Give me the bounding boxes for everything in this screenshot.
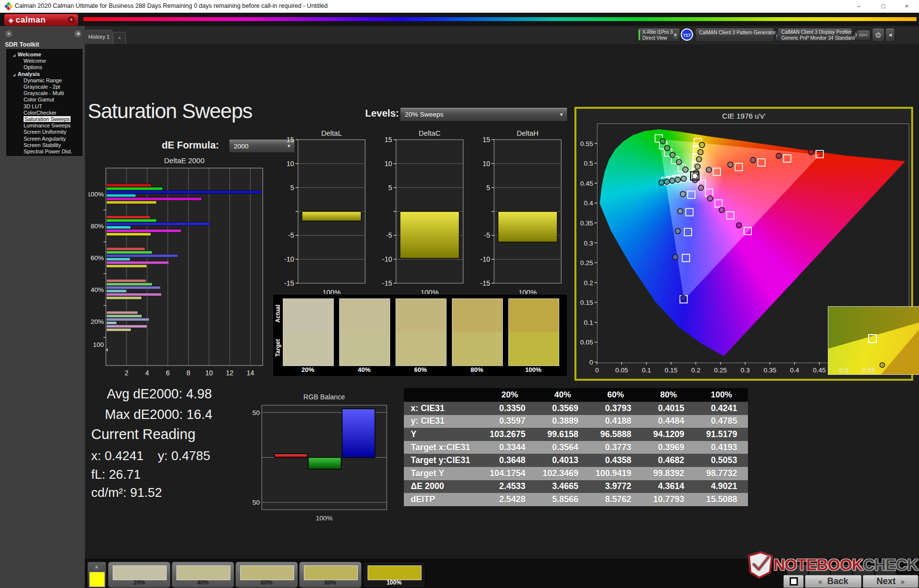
svg-text:0.55: 0.55 [580, 140, 593, 147]
svg-text:0.2: 0.2 [584, 279, 593, 287]
watermark-notebook-text: NOTEBOOK [773, 556, 863, 574]
deltae-bar-cyan-20% [106, 321, 117, 324]
sidebar-item-grayscale-multi[interactable]: Grayscale - Multi [7, 90, 82, 97]
pattern-level-label: 100% [363, 579, 425, 586]
sidebar-item-analysis[interactable]: ◢Analysis [7, 71, 82, 77]
chevron-down-icon[interactable]: ▼ [673, 31, 678, 39]
svg-text:8: 8 [187, 369, 191, 377]
rainbow-gradient-strip [83, 17, 917, 21]
svg-text:0.25: 0.25 [580, 259, 593, 267]
sidebar-item-welcome[interactable]: ◢Welcome [7, 51, 82, 58]
add-tab-button[interactable]: + [113, 32, 126, 44]
svg-text:6: 6 [166, 369, 170, 377]
svg-text:DeltaE 2000: DeltaE 2000 [164, 156, 205, 165]
gear-icon: ⚙ [875, 31, 881, 39]
table-row: y: CIE310.35970.38890.41880.44840.4785 [404, 415, 748, 428]
blue-sweep-measure-marker [677, 208, 683, 214]
page-title: Saturation Sweeps [88, 99, 252, 123]
cyan-sweep-measure-marker [659, 180, 664, 185]
rgb-bar-green [308, 458, 341, 469]
green-sweep-measure-marker [683, 167, 688, 172]
pattern-level-label: 80% [299, 579, 361, 586]
blue-sweep-measure-marker [672, 254, 678, 260]
sidebar-item-color-gamut[interactable]: Color Gamut [7, 97, 82, 103]
ddc-button[interactable]: DDC [857, 30, 870, 41]
calman-app-window: Calman 2020 Calman Ultimate for Business… [0, 0, 919, 588]
red-sweep-target-marker [713, 168, 720, 175]
sidebar-item-screen-stability[interactable]: Screen Stability [7, 142, 82, 148]
deltae-bar-cyan-100% [106, 194, 136, 197]
meter-connection-button[interactable]: X-Rite i1Pro 3 Direct View ▼ [637, 28, 680, 42]
pin-button[interactable]: ● [4, 29, 13, 38]
pattern-level-button-80%[interactable]: 80% [299, 562, 362, 588]
calman-logo-button[interactable]: ◈ calman ▼ [4, 14, 78, 26]
svg-text:0.5: 0.5 [840, 367, 849, 374]
display-profiler-device: Generic PnP Monitor 34 Standard [781, 35, 855, 41]
blue-sweep-target-marker [682, 254, 690, 262]
calman-diamond-icon: ◈ [8, 16, 14, 24]
deltae-bar-green-80% [106, 219, 156, 222]
svg-text:0.45: 0.45 [813, 367, 825, 374]
calman-logo-text: calman [16, 15, 46, 25]
tab-history-1[interactable]: History 1 [85, 30, 113, 44]
swatch-column-60% [396, 298, 447, 366]
sidebar-item-grayscale-2pt[interactable]: Grayscale - 2pt [7, 84, 82, 90]
levels-dropdown[interactable]: 20% Sweeps ▼ [400, 107, 568, 122]
svg-text:0.2: 0.2 [691, 367, 700, 374]
pattern-level-label: 40% [172, 579, 234, 586]
display-profiler-button[interactable]: CalMAN Client 3 Display Profiler Generic… [777, 28, 852, 42]
minimize-button[interactable]: – [847, 0, 870, 13]
deltae-bar-cyan-60% [106, 258, 130, 261]
app-icon [4, 2, 13, 11]
svg-text:10: 10 [384, 160, 392, 168]
chevron-down-icon[interactable]: ▼ [68, 16, 75, 24]
close-button[interactable]: × [895, 0, 918, 13]
svg-text:100: 100 [93, 341, 104, 348]
blue-sweep-measure-marker [675, 228, 680, 234]
sidebar-item-welcome[interactable]: Welcome [7, 58, 82, 64]
collapse-panel-button[interactable]: ◀ [885, 28, 895, 42]
deltae-bar-yellow-80% [106, 233, 151, 236]
chevron-left-icon: ◀ [889, 32, 892, 37]
magenta-sweep-target-marker [727, 212, 734, 219]
arrow-up-icon[interactable]: ▲ [93, 564, 100, 570]
sidebar-item-luminance-sweeps[interactable]: Luminance Sweeps [7, 122, 82, 129]
magenta-sweep-measure-marker [707, 196, 713, 201]
svg-text:5: 5 [486, 184, 490, 192]
svg-text:0: 0 [595, 367, 599, 374]
svg-text:-10: -10 [284, 255, 294, 263]
notebookcheck-watermark: NOTEBOOKCHECK [747, 551, 918, 579]
rgb-bar-blue [342, 409, 375, 457]
svg-text:100%: 100% [316, 514, 333, 522]
deltae-bar-red-40% [106, 279, 146, 282]
settings-gear-button[interactable]: ⚙ [872, 28, 885, 42]
svg-text:10: 10 [286, 160, 294, 168]
table-column-header: 20% [483, 388, 536, 402]
pattern-level-button-20%[interactable]: 20% [108, 562, 171, 588]
pattern-level-button-100%[interactable]: 100% [363, 562, 425, 588]
sidebar-item-screen-uniformity[interactable]: Screen Uniformity [7, 129, 82, 135]
deltae-bar-red-80% [106, 216, 150, 219]
pattern-color-tool-button[interactable]: ▲ [87, 562, 106, 588]
sidebar-item-3d-lut[interactable]: 3D LUT [7, 103, 82, 110]
svg-text:-5: -5 [288, 231, 295, 239]
meter-count-badge[interactable]: 717 [681, 28, 693, 41]
sidebar-item-colorchecker[interactable]: ColorChecker [7, 110, 82, 116]
svg-text:2: 2 [124, 369, 128, 377]
maximize-button[interactable]: □ [872, 0, 894, 13]
pattern-level-button-40%[interactable]: 40% [172, 562, 234, 588]
pattern-level-button-60%[interactable]: 60% [235, 562, 298, 588]
pattern-generator-button[interactable]: CalMAN Client 3 Pattern Generator ▼ [695, 28, 774, 42]
sidebar-item-spectral-power-dist-[interactable]: Spectral Power Dist. [7, 148, 82, 155]
actual-swatch [396, 299, 446, 332]
sidebar-item-saturation-sweeps[interactable]: Saturation Sweeps [7, 116, 82, 122]
sidebar-collapse-button[interactable]: ◀ [74, 29, 82, 38]
sidebar-item-screen-angularity[interactable]: Screen Angularity [7, 136, 82, 142]
sidebar-item-dynamic-range[interactable]: Dynamic Range [7, 77, 82, 84]
sidebar-item-options[interactable]: Options [7, 64, 82, 71]
svg-text:15: 15 [482, 136, 490, 144]
pattern-generator-name: CalMAN Client 3 Pattern Generator [699, 30, 776, 36]
table-row: Target y:CIE310.36480.40130.43580.46820.… [404, 454, 748, 467]
deltae-bar-cyan-40% [106, 290, 126, 293]
deltae-bar-red-20% [106, 311, 138, 314]
